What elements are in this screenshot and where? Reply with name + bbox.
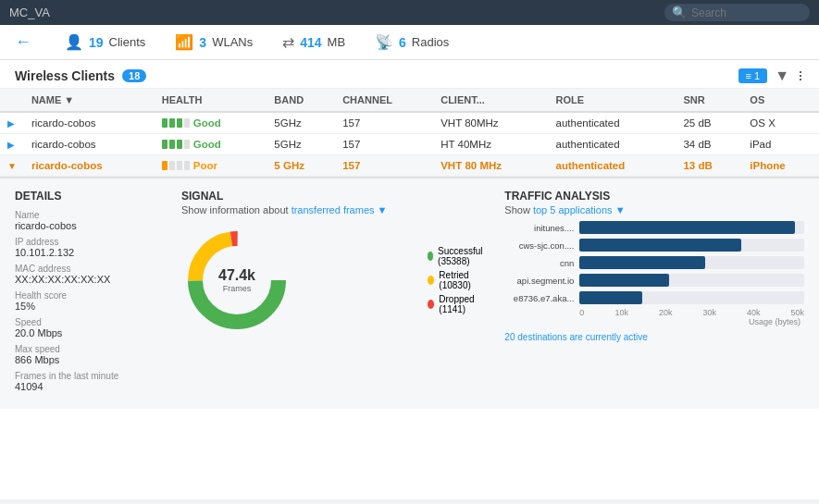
bar-track bbox=[579, 291, 804, 304]
detail-speed: Speed 20.0 Mbps bbox=[15, 317, 163, 338]
detail-mac: MAC address XX:XX:XX:XX:XX:XX bbox=[15, 264, 163, 285]
destinations-active-text: 20 destinations are currently active bbox=[504, 332, 648, 342]
bar-fill bbox=[579, 239, 741, 252]
cell-health: Good bbox=[155, 112, 267, 134]
legend-retried: Retried (10830) bbox=[428, 270, 486, 290]
cell-snr: 34 dB bbox=[676, 134, 742, 155]
col-health[interactable]: HEALTH bbox=[155, 89, 267, 112]
cell-client: HT 40MHz bbox=[433, 134, 548, 155]
search-input[interactable] bbox=[691, 6, 802, 19]
x-axis-label: Usage (bytes) bbox=[504, 317, 804, 326]
search-box[interactable]: 🔍 bbox=[664, 4, 810, 21]
transfer-unit: MB bbox=[328, 35, 346, 49]
nav-radios[interactable]: 📡 6 Radios bbox=[375, 33, 449, 51]
traffic-expand-icon[interactable]: ▼ bbox=[615, 204, 626, 215]
bar-fill bbox=[579, 221, 795, 234]
cell-role: authenticated bbox=[549, 112, 676, 134]
table-row-expanded[interactable]: ▼ ricardo-cobos Poor bbox=[0, 155, 819, 177]
details-section: DETAILS Name ricardo-cobos IP address 10… bbox=[15, 190, 163, 398]
cell-os: iPhone bbox=[742, 155, 819, 177]
traffic-title: TRAFFIC ANALYSIS bbox=[504, 190, 804, 203]
col-band[interactable]: BAND bbox=[267, 89, 335, 112]
cell-name: ricardo-cobos bbox=[24, 112, 155, 134]
cell-band: 5GHz bbox=[267, 112, 335, 134]
transfer-icon: ⇄ bbox=[282, 33, 294, 51]
signal-section: SIGNAL Show information about transferre… bbox=[181, 190, 486, 398]
donut-legend: Successful (35388) Retried (10830) Dropp… bbox=[428, 246, 486, 314]
cell-snr: 25 dB bbox=[676, 112, 742, 134]
col-os[interactable]: OS bbox=[742, 89, 819, 112]
section-header: Wireless Clients 18 ≡ 1 ▼ ⫶ bbox=[0, 60, 819, 89]
legend-successful: Successful (35388) bbox=[428, 246, 486, 266]
x-axis: 0 10k 20k 30k 40k 50k bbox=[504, 308, 804, 317]
radios-icon: 📡 bbox=[375, 33, 393, 51]
nav-clients[interactable]: 👤 19 Clients bbox=[65, 33, 145, 51]
legend-dropped: Dropped (1141) bbox=[428, 294, 486, 314]
bar-label: api.segment.io bbox=[504, 276, 574, 286]
bar-track bbox=[579, 221, 804, 234]
header-actions: ≡ 1 ▼ ⫶ bbox=[738, 68, 804, 84]
expand-icon[interactable]: ▼ bbox=[7, 161, 17, 171]
col-snr[interactable]: SNR bbox=[676, 89, 742, 112]
col-expand bbox=[0, 89, 24, 112]
nav-wlans[interactable]: 📶 3 WLANs bbox=[175, 33, 253, 51]
donut-label: Frames bbox=[218, 284, 255, 293]
section-count-badge: 18 bbox=[122, 69, 146, 82]
back-button[interactable]: ← bbox=[15, 32, 31, 52]
filter-button[interactable]: ▼ bbox=[775, 68, 789, 84]
signal-title: SIGNAL bbox=[181, 190, 486, 203]
page-indicator: ≡ 1 bbox=[746, 70, 761, 81]
transfer-count: 414 bbox=[300, 35, 321, 50]
table-row[interactable]: ▶ ricardo-cobos Good bbox=[0, 112, 819, 134]
bar-row: api.segment.io bbox=[504, 274, 804, 287]
cell-os: OS X bbox=[742, 112, 819, 134]
bar-track bbox=[579, 274, 804, 287]
cell-role: authenticated bbox=[549, 155, 676, 177]
bar-row: cnn bbox=[504, 256, 804, 269]
legend-dot-retried bbox=[428, 276, 434, 285]
search-icon: 🔍 bbox=[672, 6, 687, 19]
col-channel[interactable]: CHANNEL bbox=[335, 89, 433, 112]
col-client[interactable]: CLIENT... bbox=[433, 89, 548, 112]
bar-label: cws-sjc.con.... bbox=[504, 240, 574, 251]
cell-os: iPad bbox=[742, 134, 819, 155]
detail-panel: DETAILS Name ricardo-cobos IP address 10… bbox=[0, 177, 819, 409]
cell-health: Poor bbox=[155, 155, 267, 177]
bar-track bbox=[579, 239, 804, 252]
cell-name: ricardo-cobos bbox=[24, 134, 155, 155]
detail-ip: IP address 10.101.2.132 bbox=[15, 237, 163, 258]
donut-wrapper: 47.4k Frames Successful (35388) Retried … bbox=[181, 225, 486, 336]
wlan-icon: 📶 bbox=[175, 33, 193, 51]
bar-label: cnn bbox=[504, 258, 574, 268]
bar-row: cws-sjc.con.... bbox=[504, 239, 804, 252]
section-title: Wireless Clients 18 bbox=[15, 68, 146, 83]
cell-band: 5 GHz bbox=[267, 155, 335, 177]
cell-name: ricardo-cobos bbox=[24, 155, 155, 177]
radios-label: Radios bbox=[412, 35, 449, 49]
col-name[interactable]: NAME ▼ bbox=[24, 89, 155, 112]
cell-client: VHT 80MHz bbox=[433, 112, 548, 134]
bar-row: e8736.e7.aka... bbox=[504, 291, 804, 304]
signal-expand-icon[interactable]: ▼ bbox=[378, 204, 388, 215]
expand-icon[interactable]: ▶ bbox=[7, 118, 15, 129]
signal-link[interactable]: transferred frames bbox=[292, 204, 375, 215]
traffic-footer: 20 destinations are currently active bbox=[504, 332, 804, 342]
wlans-count: 3 bbox=[199, 35, 206, 50]
detail-name: Name ricardo-cobos bbox=[15, 210, 163, 231]
nav-transfer[interactable]: ⇄ 414 MB bbox=[282, 33, 345, 51]
detail-health-score: Health score 15% bbox=[15, 290, 163, 312]
table-row[interactable]: ▶ ricardo-cobos Good bbox=[0, 134, 819, 155]
radios-count: 6 bbox=[399, 35, 406, 50]
app-name: MC_VA bbox=[9, 6, 50, 19]
cell-snr: 13 dB bbox=[676, 155, 742, 177]
title-bar: MC_VA 🔍 bbox=[0, 0, 819, 25]
traffic-link[interactable]: top 5 applications bbox=[533, 204, 613, 215]
nav-bar: ← 👤 19 Clients 📶 3 WLANs ⇄ 414 MB 📡 6 Ra… bbox=[0, 25, 819, 60]
columns-button[interactable]: ⫶ bbox=[797, 68, 804, 84]
bar-label: e8736.e7.aka... bbox=[504, 293, 574, 303]
bar-track bbox=[579, 256, 804, 269]
content-area: Wireless Clients 18 ≡ 1 ▼ ⫶ NAME ▼ HEALT… bbox=[0, 60, 819, 499]
expand-icon[interactable]: ▶ bbox=[7, 140, 15, 150]
col-role[interactable]: ROLE bbox=[549, 89, 676, 112]
detail-frames: Frames in the last minute 41094 bbox=[15, 371, 163, 392]
